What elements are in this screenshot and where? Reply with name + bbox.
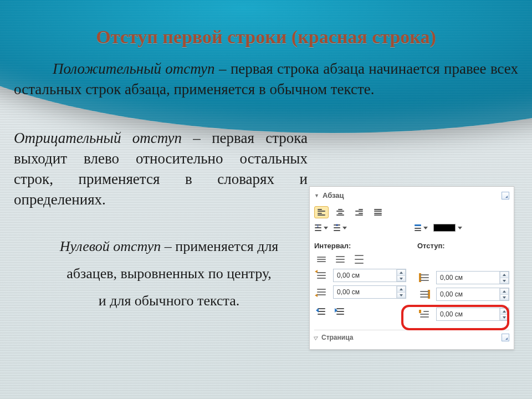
label-interval: Интервал: bbox=[314, 242, 406, 250]
background-color-button[interactable] bbox=[433, 222, 464, 234]
bulleted-list-button[interactable] bbox=[333, 222, 347, 234]
expand-dialog-icon[interactable] bbox=[502, 192, 509, 200]
section-title-page: Страница bbox=[321, 334, 353, 341]
first-line-indent-icon bbox=[417, 308, 432, 320]
spacing-after-icon bbox=[314, 286, 329, 298]
indent-left-icon bbox=[417, 272, 432, 284]
increase-indent-button[interactable] bbox=[333, 305, 347, 318]
indent-left-field[interactable] bbox=[436, 271, 509, 284]
label-indent: Отступ: bbox=[417, 242, 509, 250]
page-title: Отступ первой строки (красная строка) bbox=[14, 27, 518, 59]
line-spacing-tight-button[interactable] bbox=[314, 253, 329, 265]
line-spacing-normal-button[interactable] bbox=[333, 253, 347, 265]
collapse-icon: ▷ bbox=[313, 334, 319, 341]
indent-left-input[interactable] bbox=[437, 274, 499, 282]
first-line-indent-input[interactable] bbox=[437, 310, 499, 318]
spin-down[interactable] bbox=[500, 314, 509, 320]
spin-up[interactable] bbox=[397, 269, 406, 275]
section-header-paragraph[interactable]: ▼ Абзац bbox=[314, 190, 509, 203]
expand-dialog-icon[interactable] bbox=[502, 334, 509, 341]
line-spacing-wide-button[interactable] bbox=[352, 253, 366, 265]
decrease-indent-button[interactable] bbox=[314, 305, 329, 318]
indent-right-field[interactable] bbox=[436, 288, 509, 301]
spacing-before-field[interactable] bbox=[333, 269, 406, 282]
vertical-align-button[interactable] bbox=[414, 222, 428, 234]
numbered-list-button[interactable] bbox=[314, 222, 329, 234]
paragraph-positive: Положительный отступ – первая строка абз… bbox=[14, 59, 518, 100]
align-justify-button[interactable] bbox=[371, 206, 385, 218]
spin-up[interactable] bbox=[397, 286, 406, 292]
spin-up[interactable] bbox=[500, 308, 509, 314]
collapse-icon: ▼ bbox=[314, 193, 319, 198]
spacing-after-input[interactable] bbox=[334, 288, 396, 296]
spacing-before-input[interactable] bbox=[334, 272, 396, 279]
term-negative: Отрицательный отступ bbox=[14, 130, 182, 146]
spin-down[interactable] bbox=[397, 292, 406, 298]
spin-down[interactable] bbox=[500, 294, 509, 300]
spin-down[interactable] bbox=[397, 275, 406, 282]
term-zero: Нулевой отступ bbox=[60, 238, 161, 254]
first-line-indent-field[interactable] bbox=[436, 308, 509, 321]
align-center-button[interactable] bbox=[333, 206, 347, 218]
spacing-before-icon bbox=[314, 269, 329, 282]
paragraph-panel: ▼ Абзац Интервал: bbox=[309, 186, 514, 350]
spin-down[interactable] bbox=[500, 278, 509, 284]
section-title: Абзац bbox=[323, 191, 344, 200]
section-header-page[interactable]: ▷ Страница bbox=[314, 330, 509, 341]
term-positive: Положительный отступ bbox=[53, 60, 215, 77]
spin-up[interactable] bbox=[500, 288, 509, 294]
spin-up[interactable] bbox=[500, 272, 509, 278]
indent-right-input[interactable] bbox=[437, 290, 499, 298]
spacing-after-field[interactable] bbox=[333, 285, 406, 299]
align-left-button[interactable] bbox=[314, 206, 329, 218]
indent-right-icon bbox=[417, 288, 432, 300]
align-right-button[interactable] bbox=[352, 206, 366, 218]
